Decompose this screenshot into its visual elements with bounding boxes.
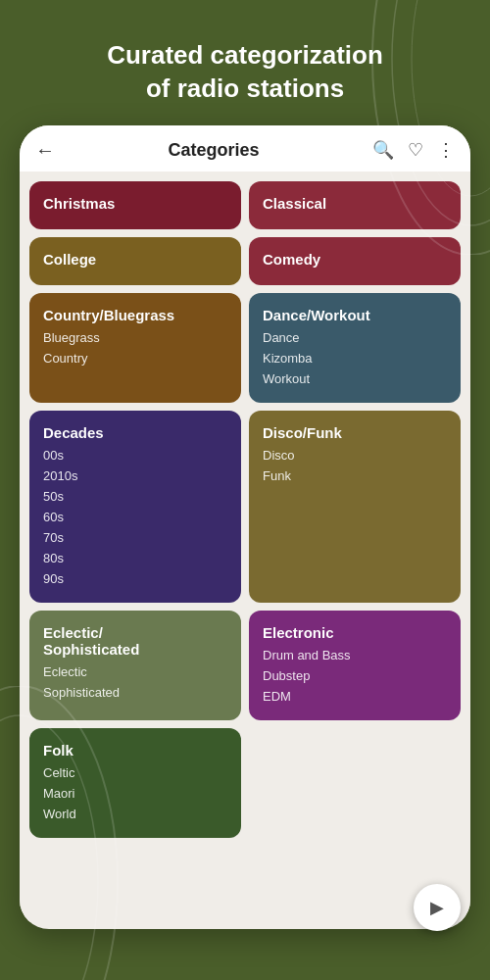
nav-icons: 🔍 ♡ ⋮ <box>372 139 455 161</box>
sub-item-decades-0[interactable]: 00s <box>43 445 227 466</box>
category-label-college: College <box>43 251 227 268</box>
category-card-college[interactable]: College <box>29 237 241 285</box>
sub-item-dance-workout-2[interactable]: Workout <box>263 368 447 389</box>
sub-item-electronic-1[interactable]: Dubstep <box>263 665 447 686</box>
category-card-electronic[interactable]: ElectronicDrum and BassDubstepEDM <box>249 611 461 720</box>
sub-item-eclectic-0[interactable]: Eclectic <box>43 662 227 682</box>
sub-item-eclectic-1[interactable]: Sophisticated <box>43 682 227 703</box>
sub-item-decades-1[interactable]: 2010s <box>43 466 227 486</box>
sub-item-decades-5[interactable]: 80s <box>43 548 227 568</box>
categories-grid: ChristmasClassicalCollegeComedyCountry/B… <box>29 181 461 838</box>
fab-icon: ▶ <box>430 897 444 918</box>
category-card-decades[interactable]: Decades00s2010s50s60s70s80s90s <box>29 411 241 603</box>
category-label-disco-funk: Disco/Funk <box>263 424 447 441</box>
category-card-dance-workout[interactable]: Dance/WorkoutDanceKizombaWorkout <box>249 293 461 403</box>
category-card-eclectic[interactable]: Eclectic/SophisticatedEclecticSophistica… <box>29 611 241 720</box>
category-label-electronic: Electronic <box>263 624 447 641</box>
category-label-classical: Classical <box>263 195 447 212</box>
sub-item-folk-2[interactable]: World <box>43 804 227 824</box>
sub-item-folk-1[interactable]: Maori <box>43 783 227 804</box>
category-label-decades: Decades <box>43 424 227 441</box>
sub-item-electronic-2[interactable]: EDM <box>263 686 447 707</box>
heart-icon[interactable]: ♡ <box>408 139 423 161</box>
sub-item-dance-workout-0[interactable]: Dance <box>263 327 447 348</box>
category-card-classical[interactable]: Classical <box>249 181 461 229</box>
category-card-disco-funk[interactable]: Disco/FunkDiscoFunk <box>249 411 461 603</box>
sub-item-disco-funk-0[interactable]: Disco <box>263 445 447 466</box>
fab-button[interactable]: ▶ <box>414 884 461 931</box>
category-card-country-bluegrass[interactable]: Country/BluegrassBluegrassCountry <box>29 293 241 403</box>
sub-item-electronic-0[interactable]: Drum and Bass <box>263 645 447 665</box>
back-button[interactable]: ← <box>35 139 55 162</box>
category-card-comedy[interactable]: Comedy <box>249 237 461 285</box>
top-bar: ← Categories 🔍 ♡ ⋮ <box>20 125 470 172</box>
sub-item-country-bluegrass-0[interactable]: Bluegrass <box>43 327 227 348</box>
more-icon[interactable]: ⋮ <box>437 139 455 161</box>
sub-item-decades-4[interactable]: 70s <box>43 527 227 548</box>
sub-item-decades-3[interactable]: 60s <box>43 507 227 527</box>
category-label-folk: Folk <box>43 742 227 759</box>
sub-item-dance-workout-1[interactable]: Kizomba <box>263 348 447 368</box>
sub-item-folk-0[interactable]: Celtic <box>43 762 227 783</box>
sub-item-decades-2[interactable]: 50s <box>43 486 227 507</box>
phone-frame: ← Categories 🔍 ♡ ⋮ ChristmasClassicalCol… <box>20 125 470 929</box>
category-label-eclectic: Eclectic/Sophisticated <box>43 624 227 658</box>
header-title: Curated categorizationof radio stations <box>39 39 451 106</box>
page-header: Curated categorizationof radio stations <box>0 0 490 125</box>
categories-scroll: ChristmasClassicalCollegeComedyCountry/B… <box>20 172 470 922</box>
nav-title: Categories <box>168 140 259 161</box>
sub-item-disco-funk-1[interactable]: Funk <box>263 466 447 486</box>
sub-item-country-bluegrass-1[interactable]: Country <box>43 348 227 368</box>
category-label-country-bluegrass: Country/Bluegrass <box>43 307 227 323</box>
category-label-comedy: Comedy <box>263 251 447 268</box>
category-card-folk[interactable]: FolkCelticMaoriWorld <box>29 728 241 838</box>
sub-item-decades-6[interactable]: 90s <box>43 568 227 589</box>
category-label-dance-workout: Dance/Workout <box>263 307 447 323</box>
search-icon[interactable]: 🔍 <box>372 139 394 161</box>
category-card-christmas[interactable]: Christmas <box>29 181 241 229</box>
category-label-christmas: Christmas <box>43 195 227 212</box>
